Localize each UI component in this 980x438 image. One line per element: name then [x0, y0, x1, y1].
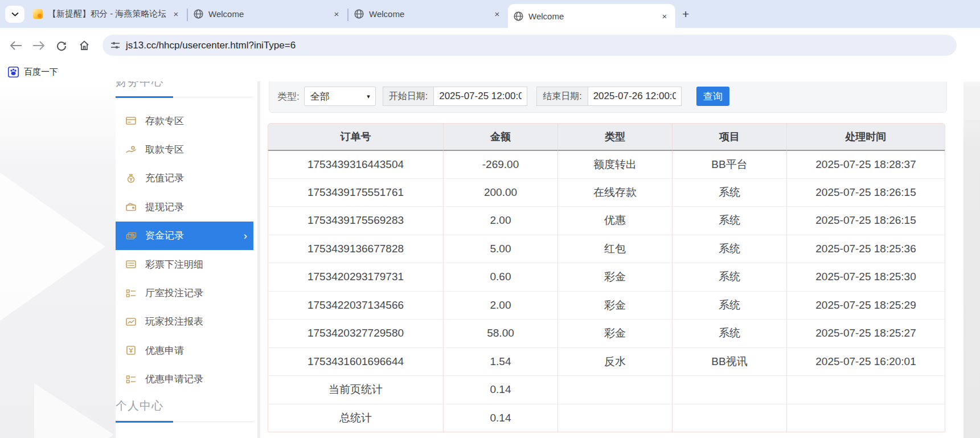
browser-tab[interactable]: Welcome× [348, 0, 508, 28]
summary-cell [673, 375, 787, 404]
page-content: 财务中心 存款专区取款专区充值记录提现记录资金记录›彩票下注明细厅室投注记录玩家… [0, 81, 980, 438]
table-cell: 1753439316443504 [268, 150, 444, 178]
search-button[interactable]: 查询 [696, 87, 729, 106]
table-cell: 2.00 [444, 291, 558, 320]
browser-tab[interactable]: Welcome× [188, 0, 347, 28]
globe-icon [354, 9, 364, 19]
reload-icon[interactable] [50, 34, 73, 57]
back-icon[interactable] [5, 34, 27, 57]
start-date-label: 开始日期: [383, 87, 433, 106]
bookmarks-bar: 百度一下 [0, 63, 980, 81]
sidebar-section-personal: 个人中心 [116, 398, 163, 414]
sidebar-item-label: 提现记录 [145, 200, 184, 214]
table-cell: 2025-07-25 18:25:29 [787, 291, 945, 320]
chevron-down-icon: ▾ [367, 93, 370, 100]
tab-title: Welcome [208, 9, 326, 19]
recharge-moneybag-icon [125, 173, 137, 184]
table-cell: 彩金 [558, 263, 673, 291]
sidebar-item-hall-bet-list[interactable]: 厅室投注记录 [116, 279, 253, 307]
column-header: 类型 [558, 124, 673, 150]
sidebar-item-withdraw-hand[interactable]: 取款专区 [116, 135, 253, 163]
left-decor-background [0, 81, 116, 438]
section-underline [116, 97, 253, 97]
sidebar-section-finance: 财务中心 [116, 81, 163, 89]
type-select[interactable]: 全部 ▾ [304, 87, 376, 106]
tab-title: Welcome [528, 11, 654, 21]
table-cell: 5.00 [444, 235, 558, 263]
summary-cell: 当前页统计 [268, 375, 444, 404]
end-date-input[interactable] [588, 87, 682, 106]
table-cell: 系统 [673, 235, 787, 263]
sidebar-item-withdrawal-wallet[interactable]: 提现记录 [116, 193, 253, 221]
browser-toolbar: js13.cc/hhcp/usercenter.html?iniType=6 [0, 28, 980, 63]
browser-tab[interactable]: Welcome× [508, 4, 675, 28]
table-cell: 在线存款 [558, 178, 673, 207]
sidebar-item-label: 优惠申请记录 [145, 372, 203, 386]
table-cell: 1753439175569283 [268, 206, 444, 235]
table-cell: 1753420327729580 [268, 319, 444, 347]
sidebar-item-lottery-list[interactable]: 彩票下注明细 [116, 250, 253, 279]
start-date-input[interactable] [433, 87, 527, 106]
sidebar-item-promo-apply[interactable]: 优惠申请 [116, 336, 253, 365]
table-cell: 2.00 [444, 206, 558, 235]
table-cell: 2025-07-25 18:25:30 [787, 263, 945, 291]
table-cell: BB平台 [673, 150, 787, 178]
globe-icon [194, 9, 203, 19]
table-cell: 系统 [673, 263, 787, 291]
table-cell: 200.00 [444, 178, 558, 207]
funds-table: 订单号金额类型项目处理时间1753439316443504-269.00额度转出… [268, 123, 945, 432]
table-cell: 红包 [558, 235, 673, 263]
decor-triangle [0, 173, 105, 321]
baidu-paw-icon [8, 67, 19, 77]
close-icon[interactable]: × [331, 9, 342, 19]
table-cell: 2025-07-25 18:25:36 [787, 235, 945, 263]
column-header: 金额 [444, 124, 558, 150]
tab-strip: 【新提醒】积分 - 海燕策略论坛×Welcome×Welcome×Welcome… [0, 0, 980, 28]
close-icon[interactable]: × [659, 11, 670, 21]
close-icon[interactable]: × [492, 9, 502, 19]
summary-cell [787, 375, 945, 404]
sidebar-item-promo-record-list[interactable]: 优惠申请记录 [116, 365, 253, 394]
sidebar-menu: 存款专区取款专区充值记录提现记录资金记录›彩票下注明细厅室投注记录玩家投注报表优… [116, 107, 253, 394]
forum-favicon [33, 9, 43, 19]
address-bar[interactable]: js13.cc/hhcp/usercenter.html?iniType=6 [102, 35, 957, 56]
summary-cell: 0.14 [444, 404, 558, 432]
summary-cell: 总统计 [268, 404, 444, 432]
forward-icon[interactable] [27, 34, 50, 57]
new-tab-button[interactable]: + [682, 7, 689, 21]
table-cell: 系统 [673, 291, 787, 320]
bookmark-baidu[interactable]: 百度一下 [24, 67, 58, 77]
page-scrollbar[interactable] [963, 81, 980, 438]
hall-bet-list-icon [125, 288, 137, 299]
table-cell: 1753439136677828 [268, 235, 444, 263]
tabs-row: 【新提醒】积分 - 海燕策略论坛×Welcome×Welcome×Welcome… [27, 0, 675, 28]
chevron-down-icon[interactable] [5, 6, 24, 23]
main-content: 类型: 全部 ▾ 开始日期: 结束日期: 查询 订单号金额类型项目处理时间175… [260, 81, 963, 438]
sidebar-item-deposit-card[interactable]: 存款专区 [116, 107, 253, 135]
withdraw-hand-icon [125, 144, 137, 155]
site-info-icon[interactable] [110, 40, 120, 50]
sidebar-item-label: 厅室投注记录 [145, 286, 203, 300]
browser-tab[interactable]: 【新提醒】积分 - 海燕策略论坛× [27, 0, 187, 28]
sidebar-item-label: 优惠申请 [145, 344, 184, 357]
sidebar-item-player-report-chart[interactable]: 玩家投注报表 [116, 308, 253, 336]
promo-apply-icon [125, 345, 137, 356]
summary-cell [787, 404, 945, 432]
table-cell: 2025-07-25 18:28:37 [787, 150, 945, 178]
table-cell: 1753422037134566 [268, 291, 444, 320]
sidebar-item-label: 充值记录 [145, 171, 184, 185]
table-cell: 2025-07-25 18:25:27 [787, 319, 945, 347]
withdrawal-wallet-icon [125, 201, 137, 212]
end-date-label: 结束日期: [536, 87, 587, 106]
deposit-card-icon [125, 115, 137, 126]
table-cell: 58.00 [444, 319, 558, 347]
home-icon[interactable] [73, 34, 96, 57]
sidebar-item-funds-cash[interactable]: 资金记录› [116, 222, 253, 250]
close-icon[interactable]: × [171, 9, 181, 19]
table-cell: 反水 [558, 347, 673, 376]
type-select-value: 全部 [310, 90, 330, 103]
summary-cell: 0.14 [444, 375, 558, 404]
section-underline [116, 421, 253, 422]
tab-title: 【新提醒】积分 - 海燕策略论坛 [48, 9, 166, 19]
sidebar-item-recharge-moneybag[interactable]: 充值记录 [116, 164, 253, 193]
